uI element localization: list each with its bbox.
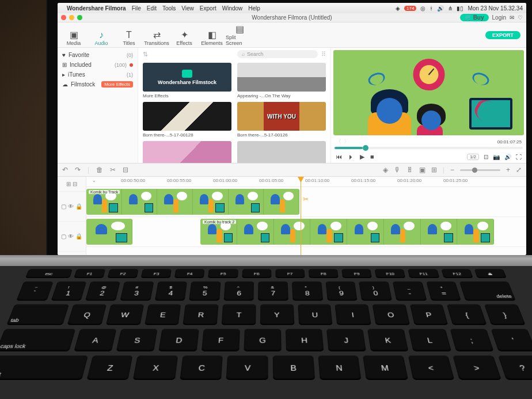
key-1[interactable]: !1 <box>51 282 86 301</box>
maximize-window-button[interactable] <box>77 15 82 20</box>
stop-button[interactable]: ■ <box>370 153 374 161</box>
key-bracket-l[interactable]: { <box>447 305 487 325</box>
prev-frame-button[interactable]: ⏮ <box>336 153 342 161</box>
key-shift-left[interactable]: shift <box>0 356 88 381</box>
status-display-icon[interactable]: ◎ <box>420 5 425 12</box>
key-f10[interactable]: F10 <box>375 269 406 278</box>
video-track-2[interactable]: Komik bu track 2 <box>86 217 526 247</box>
notifications-icon[interactable]: ♡ <box>518 14 523 21</box>
key-f8[interactable]: F8 <box>309 269 339 278</box>
key-k[interactable]: K <box>367 329 409 351</box>
key-s[interactable]: S <box>116 329 158 351</box>
key-f3[interactable]: F3 <box>141 269 172 278</box>
key-eject[interactable]: ⏏ <box>474 269 507 278</box>
key-t[interactable]: T <box>222 305 256 325</box>
key-f5[interactable]: F5 <box>208 269 238 278</box>
key-i[interactable]: I <box>335 305 371 325</box>
status-datetime[interactable]: Mon 23 Nov 15.32.34 <box>468 5 523 12</box>
zoom-out-button[interactable]: − <box>450 166 454 174</box>
status-wifi-icon[interactable]: ⋔ <box>448 5 453 12</box>
menu-window[interactable]: Window <box>222 5 243 12</box>
play-backward-button[interactable]: ⏵ <box>348 153 354 161</box>
key-x[interactable]: X <box>133 356 178 381</box>
messages-icon[interactable]: ✉ <box>510 14 514 21</box>
menu-tools[interactable]: Tools <box>162 5 176 12</box>
key-bracket-r[interactable]: } <box>484 305 526 325</box>
audio-track-1[interactable] <box>86 247 526 255</box>
key-5[interactable]: %5 <box>189 282 221 301</box>
key-h[interactable]: H <box>286 329 324 351</box>
key-v[interactable]: V <box>226 356 268 381</box>
key-f7[interactable]: F7 <box>275 269 305 278</box>
close-window-button[interactable] <box>61 15 66 20</box>
key-r[interactable]: R <box>183 305 219 325</box>
clip-track-1[interactable]: Komik bu Track <box>86 189 299 215</box>
key-equals[interactable]: += <box>426 282 461 301</box>
track-header-video-2[interactable]: ▢ 👁 🔒 <box>58 222 86 252</box>
key-f11[interactable]: F11 <box>408 269 439 278</box>
key-z[interactable]: Z <box>86 356 133 381</box>
key-delete[interactable]: delete <box>459 282 516 301</box>
tab-transitions[interactable]: ⇄Transitions <box>143 29 170 47</box>
search-input[interactable]: ⌕Search <box>237 50 318 58</box>
more-effects-button[interactable]: More Effects <box>101 81 133 88</box>
key-f9[interactable]: F9 <box>341 269 372 278</box>
menu-view[interactable]: View <box>181 5 194 12</box>
key-comma[interactable]: < <box>408 356 454 381</box>
key-7[interactable]: &7 <box>258 282 288 301</box>
tab-elements[interactable]: ◧Elements <box>198 29 226 47</box>
key-6[interactable]: ^6 <box>223 282 254 301</box>
key-e[interactable]: E <box>145 305 181 325</box>
library-favorite[interactable]: ♥Favorite(0) <box>58 50 138 60</box>
render-preview-icon[interactable]: ▣ <box>419 166 425 174</box>
tab-media[interactable]: ▣Media <box>60 29 88 47</box>
status-battery-icon[interactable]: ▮▯ <box>457 5 463 12</box>
key-w[interactable]: W <box>106 305 144 325</box>
key-u[interactable]: U <box>298 305 333 325</box>
prev-marker-button[interactable]: 〈 <box>336 138 341 146</box>
view-options-icon[interactable]: ⠿ <box>321 51 326 58</box>
preview-scrubber[interactable] <box>335 147 523 149</box>
menu-file[interactable]: File <box>132 5 141 12</box>
redo-button[interactable]: ↷ <box>75 166 81 174</box>
key-f4[interactable]: F4 <box>174 269 205 278</box>
key-9[interactable]: (9 <box>325 282 358 301</box>
key-tab[interactable]: tab <box>6 305 69 325</box>
menu-help[interactable]: Help <box>248 5 260 12</box>
export-button[interactable]: EXPORT <box>485 31 520 39</box>
marker-icon[interactable]: ◈ <box>383 166 388 174</box>
key-l[interactable]: L <box>409 329 451 351</box>
track-adjust-icon[interactable]: ⊞ <box>431 166 437 174</box>
key-capslock[interactable]: caps lock <box>0 329 76 351</box>
record-voiceover-icon[interactable]: 🎙 <box>394 166 401 174</box>
media-thumb-5[interactable] <box>143 141 231 163</box>
key-period[interactable]: > <box>453 356 501 381</box>
key-esc[interactable]: esc <box>25 269 73 278</box>
key-3[interactable]: #3 <box>120 282 154 301</box>
sort-icon[interactable]: ⇅ <box>143 51 148 58</box>
tab-effects[interactable]: ✦Effects <box>170 29 198 47</box>
playhead[interactable] <box>301 177 301 255</box>
key-backtick[interactable]: ~` <box>16 282 53 301</box>
zoom-in-button[interactable]: + <box>506 166 510 174</box>
clip-track-2b[interactable]: Komik bu track 2 <box>200 219 494 245</box>
key-4[interactable]: $4 <box>154 282 187 301</box>
undo-button[interactable]: ↶ <box>62 166 68 174</box>
menu-export[interactable]: Export <box>200 5 216 12</box>
key-b[interactable]: B <box>273 356 315 381</box>
tab-titles[interactable]: TTitles <box>115 29 143 47</box>
key-g[interactable]: G <box>244 329 282 351</box>
scissors-cut-icon[interactable]: ✂ <box>303 195 309 203</box>
clip-track-2a[interactable] <box>86 219 132 245</box>
key-o[interactable]: O <box>373 305 410 325</box>
volume-icon[interactable]: 🔊 <box>504 154 511 160</box>
tab-audio[interactable]: ♪Audio <box>88 29 115 47</box>
snapshot-icon[interactable]: 📷 <box>493 154 500 160</box>
key-f[interactable]: F <box>201 329 240 351</box>
menu-edit[interactable]: Edit <box>147 5 157 12</box>
media-thumb-appearing[interactable]: Appearing -...On The Way <box>237 63 326 98</box>
audio-mixer-icon[interactable]: 🎚 <box>406 166 413 174</box>
key-a[interactable]: A <box>74 329 117 351</box>
key-f12[interactable]: F12 <box>441 269 473 278</box>
preview-canvas[interactable] <box>333 50 524 135</box>
